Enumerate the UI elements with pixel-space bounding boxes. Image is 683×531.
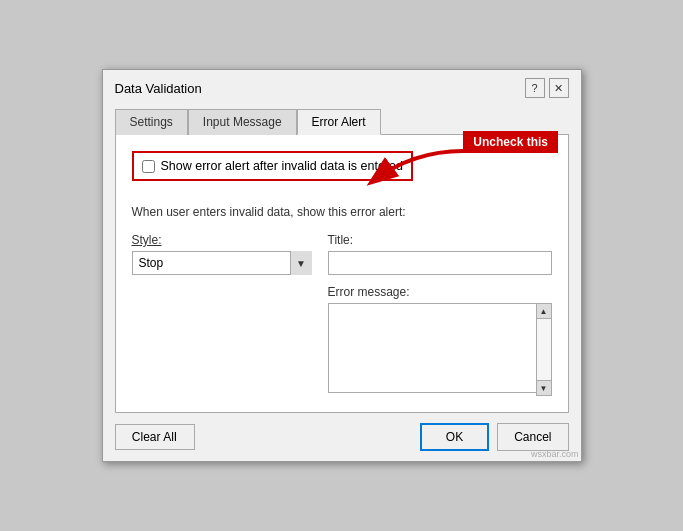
error-msg-label: Error message: xyxy=(328,285,552,299)
title-bar-right: ? ✕ xyxy=(525,78,569,98)
style-select[interactable]: Stop Warning Information xyxy=(132,251,312,275)
show-error-alert-label: Show error alert after invalid data is e… xyxy=(161,159,404,173)
show-error-alert-checkbox[interactable] xyxy=(142,160,155,173)
close-button[interactable]: ✕ xyxy=(549,78,569,98)
tab-content: Show error alert after invalid data is e… xyxy=(115,134,569,413)
data-validation-dialog: Data Validation ? ✕ Settings Input Messa… xyxy=(102,69,582,462)
clear-all-button[interactable]: Clear AlI xyxy=(115,424,195,450)
scrollbar-down-button[interactable]: ▼ xyxy=(536,380,552,396)
dialog-title: Data Validation xyxy=(115,81,202,96)
show-error-alert-row: Show error alert after invalid data is e… xyxy=(132,151,414,181)
watermark: wsxbar.com xyxy=(531,449,579,459)
scrollbar-up-button[interactable]: ▲ xyxy=(536,303,552,319)
tabs-row: Settings Input Message Error Alert xyxy=(103,102,581,134)
subtitle-text: When user enters invalid data, show this… xyxy=(132,205,552,219)
style-label: Style: xyxy=(132,233,312,247)
tab-error-alert[interactable]: Error Alert xyxy=(297,109,381,135)
help-button[interactable]: ? xyxy=(525,78,545,98)
cancel-button[interactable]: Cancel xyxy=(497,423,568,451)
ok-button[interactable]: OK xyxy=(420,423,489,451)
style-select-wrapper: Stop Warning Information ▼ xyxy=(132,251,312,275)
ok-cancel-group: OK Cancel xyxy=(420,423,569,451)
dialog-footer: Clear AlI OK Cancel xyxy=(103,413,581,461)
annotation-container: Uncheck this xyxy=(463,131,558,153)
form-row: Style: Stop Warning Information ▼ Title:… xyxy=(132,233,552,396)
tab-input-message[interactable]: Input Message xyxy=(188,109,297,135)
title-label: Title: xyxy=(328,233,552,247)
scrollbar-track xyxy=(536,319,552,380)
title-bar-left: Data Validation xyxy=(115,81,202,96)
title-input[interactable] xyxy=(328,251,552,275)
error-message-textarea[interactable] xyxy=(328,303,552,393)
error-textarea-wrapper: ▲ ▼ xyxy=(328,303,552,396)
title-errmsg-column: Title: Error message: ▲ ▼ xyxy=(328,233,552,396)
tab-settings[interactable]: Settings xyxy=(115,109,188,135)
annotation-label: Uncheck this xyxy=(463,131,558,153)
style-column: Style: Stop Warning Information ▼ xyxy=(132,233,312,275)
title-bar: Data Validation ? ✕ xyxy=(103,70,581,102)
